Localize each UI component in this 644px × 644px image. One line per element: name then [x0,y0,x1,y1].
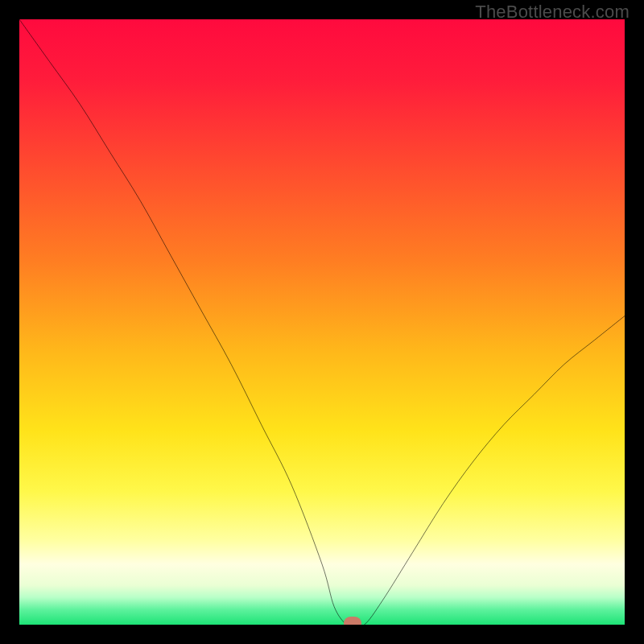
bottleneck-curve [19,19,625,625]
plot-area [19,19,625,625]
chart-frame: TheBottleneck.com [0,0,644,644]
optimal-point-marker [344,617,361,625]
attribution-text: TheBottleneck.com [475,2,630,23]
